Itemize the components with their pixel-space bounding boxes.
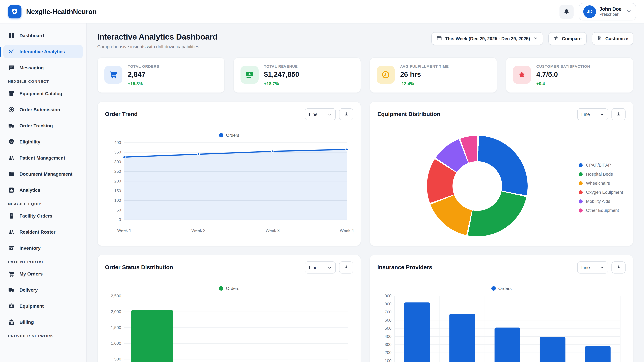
sidebar-item-delivery[interactable]: Delivery	[3, 283, 83, 297]
sidebar-item-label: Messaging	[20, 65, 44, 70]
sidebar-item-label: Analytics	[20, 187, 40, 193]
kpi-value: 26 hrs	[400, 70, 449, 78]
order-trend-card: Order Trend Line Orders05010015020025030…	[97, 102, 361, 246]
star-icon	[513, 66, 531, 84]
sidebar-section-heading-nexgile-equip: NEXGILE EQUIP	[8, 202, 83, 206]
download-button[interactable]	[339, 261, 353, 274]
date-range-label: This Week (Dec 29, 2025 - Dec 29, 2025)	[445, 36, 530, 41]
sidebar-item-eligibility[interactable]: Eligibility	[3, 135, 83, 148]
sidebar-item-dashboard[interactable]: Dashboard	[3, 29, 83, 42]
kpi-value: 2,847	[128, 70, 159, 78]
kpi-value: 4.7/5.0	[536, 70, 590, 78]
chart-type-select[interactable]: Line	[305, 108, 336, 120]
legend-item-mobility-aids[interactable]: Mobility Aids	[578, 197, 623, 206]
cart-icon	[8, 271, 15, 277]
legend-item-cpap-bipap[interactable]: CPAP/BiPAP	[578, 161, 623, 170]
chart-title: Insurance Providers	[377, 264, 432, 271]
sidebar-item-order-tracking[interactable]: Order Tracking	[3, 119, 83, 132]
kpi-delta: +15.3%	[128, 81, 159, 86]
sidebar-item-my-orders[interactable]: My Orders	[3, 267, 83, 281]
star-icon	[518, 70, 526, 79]
chart-type-select[interactable]: Line	[577, 108, 608, 120]
kpi-content: CUSTOMER SATISFACTION4.7/5.0+0.4	[536, 64, 590, 86]
kpi-content: TOTAL REVENUE$1,247,850+18.7%	[264, 64, 299, 86]
svg-text:250: 250	[114, 169, 121, 174]
legend-item-wheelchairs[interactable]: Wheelchairs	[578, 179, 623, 188]
svg-text:800: 800	[384, 302, 392, 306]
sidebar-item-equipment-catalog[interactable]: Equipment Catalog	[3, 87, 83, 100]
download-icon	[343, 111, 349, 117]
page-heading: Interactive Analytics Dashboard Comprehe…	[97, 32, 218, 49]
kpi-content: TOTAL ORDERS2,847+15.3%	[128, 64, 159, 86]
chart-body: Orders9008007006005004003002001000	[370, 280, 633, 362]
top-header: Nexgile-HealthNeuron JD John Doe Prescri…	[0, 0, 644, 23]
sidebar-item-label: Equipment	[20, 303, 44, 309]
sidebar-item-label: Order Submission	[20, 107, 60, 112]
legend-dot-icon	[578, 199, 582, 203]
sidebar-item-messaging[interactable]: Messaging	[3, 61, 83, 74]
users-icon	[8, 229, 15, 235]
chart-type-select[interactable]: Line	[305, 261, 336, 274]
archive-box-icon	[8, 90, 15, 97]
circle-plus-icon	[8, 106, 15, 113]
legend-dot-icon	[578, 208, 582, 212]
compare-button[interactable]: Compare	[548, 32, 586, 45]
order-status-body-chart: 2,5002,0001,5001,0005000	[104, 293, 354, 362]
sidebar-item-label: Resident Roster	[20, 229, 56, 235]
sidebar-item-label: Document Management	[20, 171, 72, 177]
chart-type-select[interactable]: Line	[577, 261, 608, 274]
sidebar-item-patient-management[interactable]: Patient Management	[3, 151, 83, 165]
download-icon	[343, 265, 349, 270]
brand: Nexgile-HealthNeuron	[8, 5, 96, 18]
sliders-icon	[597, 35, 602, 42]
legend-label: CPAP/BiPAP	[586, 163, 611, 168]
download-button[interactable]	[339, 108, 353, 120]
sidebar-item-interactive-analytics[interactable]: Interactive Analytics	[3, 45, 83, 58]
cart-icon	[104, 66, 122, 84]
legend-item-oxygen-equipment[interactable]: Oxygen Equipment	[578, 188, 623, 197]
notifications-bell-icon[interactable]	[560, 4, 574, 18]
chart-body: Orders2,5002,0001,5001,0005000	[98, 280, 360, 362]
order-trend-chart: 050100150200250300350400Week 1Week 2Week…	[104, 139, 354, 242]
banknote-icon	[245, 70, 254, 79]
order-status-card: Order Status Distribution Line Orders2,5…	[97, 255, 361, 362]
customize-label: Customize	[605, 36, 628, 41]
sidebar-section-heading-nexgile-connect: NEXGILE CONNECT	[8, 79, 83, 83]
compare-label: Compare	[562, 36, 582, 41]
svg-text:1,000: 1,000	[111, 341, 121, 346]
date-range-button[interactable]: This Week (Dec 29, 2025 - Dec 29, 2025)	[431, 32, 543, 45]
kpi-card-avg-fulfillment-time: AVG FULFILLMENT TIME26 hrs-12.4%	[370, 57, 497, 93]
sidebar-item-label: Eligibility	[20, 139, 40, 144]
sidebar-item-resident-roster[interactable]: Resident Roster	[3, 225, 83, 239]
receipt-icon	[8, 213, 15, 219]
user-menu[interactable]: JD John Doe Prescriber	[579, 3, 636, 20]
chart-body: Orders050100150200250300350400Week 1Week…	[98, 127, 360, 244]
sidebar-item-equipment[interactable]: Equipment	[3, 299, 83, 313]
legend-label: Other Equipment	[586, 208, 619, 213]
chart-title: Order Status Distribution	[105, 264, 173, 271]
sidebar-item-label: Equipment Catalog	[20, 91, 62, 96]
kpi-content: AVG FULFILLMENT TIME26 hrs-12.4%	[400, 64, 449, 86]
customize-button[interactable]: Customize	[592, 32, 633, 45]
dashboard-icon	[8, 32, 15, 39]
legend-label: Orders	[226, 133, 239, 138]
legend-item-hospital-beds[interactable]: Hospital Beds	[578, 170, 623, 179]
sidebar-item-facility-orders[interactable]: Facility Orders	[3, 209, 83, 223]
equipment-distribution-donut[interactable]	[427, 136, 528, 236]
svg-text:0: 0	[119, 217, 121, 222]
chart-header: Order Status Distribution Line	[98, 255, 360, 280]
legend-dot-icon	[219, 133, 223, 137]
sidebar-item-order-submission[interactable]: Order Submission	[3, 103, 83, 116]
user-name: John Doe	[600, 6, 622, 12]
sidebar-item-billing[interactable]: Billing	[3, 316, 83, 329]
download-button[interactable]	[612, 108, 626, 120]
cart-icon	[109, 70, 118, 79]
sidebar-item-document-management[interactable]: Document Management	[3, 167, 83, 181]
sidebar-item-analytics[interactable]: Analytics	[3, 183, 83, 197]
sidebar-item-inventory[interactable]: Inventory	[3, 241, 83, 255]
kpi-value: $1,247,850	[264, 70, 299, 78]
legend-item-other-equipment[interactable]: Other Equipment	[578, 206, 623, 215]
chart-legend: Orders	[98, 280, 360, 293]
download-button[interactable]	[612, 261, 626, 274]
sidebar-section-heading-provider-network: PROVIDER NETWORK	[8, 334, 83, 338]
